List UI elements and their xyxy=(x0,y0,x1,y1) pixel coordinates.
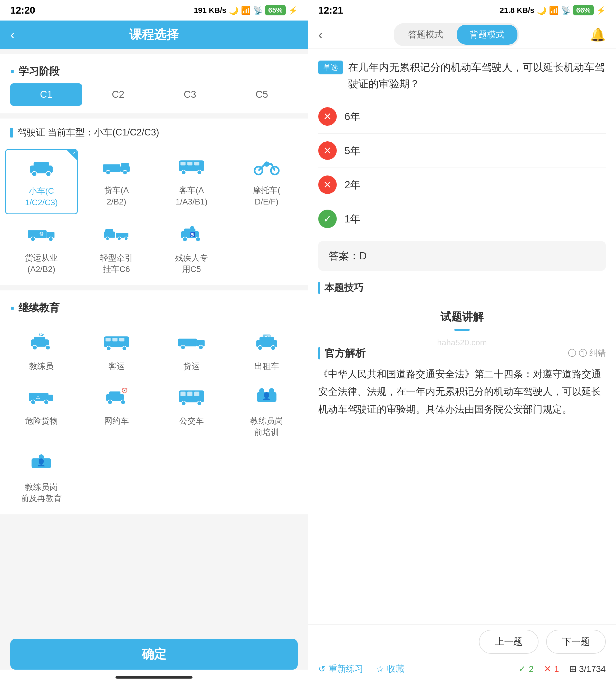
bottom-action-row: ↺ 重新练习 ☆ 收藏 ✓ 2 ✕ 1 ⊞ 3/ xyxy=(308,659,616,685)
option-item-d[interactable]: ✓ 1年 xyxy=(318,202,606,236)
nav-bar-right: ‹ 答题模式 背题模式 🔔 xyxy=(308,21,616,49)
check-badge xyxy=(67,150,77,160)
svg-text:⏰: ⏰ xyxy=(121,388,128,393)
tab-c3[interactable]: C3 xyxy=(154,83,226,106)
next-button[interactable]: 下一题 xyxy=(546,630,606,654)
memorize-mode-tab[interactable]: 背题模式 xyxy=(457,25,518,45)
edu-label-coach: 教练员 xyxy=(29,361,53,372)
svg-rect-6 xyxy=(121,163,129,167)
tips-bar-icon xyxy=(318,282,320,294)
analysis-bar-icon xyxy=(318,347,320,360)
svg-rect-18 xyxy=(28,230,47,238)
status-icons-left: 191 KB/s 🌙 📶 📡 65% ⚡ xyxy=(194,5,298,16)
signal-icon-right: 📶 xyxy=(549,6,558,15)
edu-item-coach[interactable]: ⚙ 教练员 xyxy=(5,325,78,377)
option-text-d: 1年 xyxy=(345,212,360,226)
vehicle-grid: 小车(C1/C2/C3) 货车(A2/B2) xyxy=(0,144,308,285)
wrong-count: 1 xyxy=(554,664,559,674)
svg-point-48 xyxy=(181,345,185,350)
svg-rect-4 xyxy=(103,164,120,172)
confirm-button[interactable]: 确定 xyxy=(10,639,298,669)
action-left: ↺ 重新练习 ☆ 收藏 xyxy=(318,663,404,675)
vehicle-item-car[interactable]: 小车(C1/C2/C3) xyxy=(5,149,78,214)
analysis-title-row: 官方解析 xyxy=(318,346,366,360)
vehicle-item-bus[interactable]: 客车(A1/A3/B1) xyxy=(155,149,228,214)
vehicle-item-disabled[interactable]: ♿ 残疾人专用C5 xyxy=(155,217,228,280)
truck-icon xyxy=(103,157,131,180)
bell-icon[interactable]: 🔔 xyxy=(590,27,606,42)
svg-point-27 xyxy=(117,237,121,240)
edu-item-publicbus[interactable]: 公交车 xyxy=(155,380,228,443)
edu-label-rideshare: 网约车 xyxy=(104,415,129,427)
option-item-a[interactable]: ✕ 6年 xyxy=(318,99,606,134)
svg-point-37 xyxy=(32,345,37,350)
edu-label-coachpre: 教练员岗前培训 xyxy=(250,415,283,438)
option-icon-d: ✓ xyxy=(318,210,337,228)
svg-point-49 xyxy=(199,345,203,350)
answer-box: 答案：D xyxy=(318,241,606,271)
left-content: 学习阶段 C1 C2 C3 C5 驾驶证 当前车型：小车(C1/C2/C3) xyxy=(0,49,308,669)
edu-item-rideshare[interactable]: ⏰ 网约车 xyxy=(80,380,153,443)
answer-mode-tab[interactable]: 答题模式 xyxy=(395,25,456,45)
edu-item-passenger[interactable]: 客运 xyxy=(80,325,153,377)
home-bar-left xyxy=(115,676,193,679)
vehicle-item-lighttow[interactable]: 轻型牵引挂车C6 xyxy=(80,217,153,280)
svg-text:货: 货 xyxy=(39,232,44,236)
mode-tabs: 答题模式 背题模式 xyxy=(394,23,519,46)
edu-label-taxi: 出租车 xyxy=(255,361,279,372)
question-content: 单选 在几年内无累积记分的机动车驾驶人，可以延长机动车驾驶证的审验期？ ✕ 6年… xyxy=(308,49,616,669)
svg-point-45 xyxy=(122,346,127,350)
option-item-b[interactable]: ✕ 5年 xyxy=(318,134,606,168)
question-type-badge: 单选 xyxy=(318,61,343,74)
learning-stage-section: 学习阶段 C1 C2 C3 C5 xyxy=(0,54,308,113)
svg-point-31 xyxy=(183,237,188,242)
svg-rect-10 xyxy=(180,162,185,165)
svg-point-20 xyxy=(31,237,35,241)
svg-rect-12 xyxy=(194,162,199,165)
edu-item-coachpre[interactable]: 👤 教练员岗前培训 xyxy=(230,380,303,443)
vehicle-item-freight[interactable]: 货 货运从业(A2/B2) xyxy=(5,217,78,280)
analysis-title: 官方解析 xyxy=(325,346,366,360)
cont-edu-header: 继续教育 xyxy=(0,291,308,320)
edu-label-publicbus: 公交车 xyxy=(179,415,204,427)
vehicle-label-lighttow: 轻型牵引挂车C6 xyxy=(100,252,133,275)
svg-point-28 xyxy=(125,237,128,240)
passenger-icon xyxy=(103,333,131,356)
vehicle-label-freight: 货运从业(A2/B2) xyxy=(25,252,58,275)
battery-left: 65% xyxy=(265,5,286,16)
svg-point-59 xyxy=(44,400,48,405)
svg-rect-43 xyxy=(119,338,125,341)
vehicle-item-moto[interactable]: 摩托车(D/E/F) xyxy=(230,149,303,214)
svg-rect-46 xyxy=(178,339,197,347)
nav-bar-left: ‹ 课程选择 xyxy=(0,21,308,49)
report-error[interactable]: ⓘ ① 纠错 xyxy=(568,348,606,359)
lighttow-icon xyxy=(103,225,131,248)
svg-rect-24 xyxy=(105,229,113,232)
edu-item-coachre[interactable]: 👤 教练员岗前及再教育 xyxy=(5,446,78,509)
svg-point-17 xyxy=(264,161,269,166)
back-button-left[interactable]: ‹ xyxy=(10,27,15,42)
edu-item-hazard[interactable]: ⚠ 危险货物 xyxy=(5,380,78,443)
correct-icon: ✓ xyxy=(519,664,526,674)
edu-item-freight2[interactable]: 货运 xyxy=(155,325,228,377)
tab-c5[interactable]: C5 xyxy=(226,83,298,106)
dl-header: 驾驶证 当前车型：小车(C1/C2/C3) xyxy=(0,118,308,144)
collect-item[interactable]: ☆ 收藏 xyxy=(376,663,404,675)
wifi-icon: 📡 xyxy=(253,6,263,15)
back-button-right[interactable]: ‹ xyxy=(318,27,323,42)
wrong-score: ✕ 1 xyxy=(544,664,559,674)
tab-c2[interactable]: C2 xyxy=(82,83,154,106)
edu-label-coachre: 教练员岗前及再教育 xyxy=(21,481,62,504)
screen-right: 12:21 21.8 KB/s 🌙 📶 📡 66% ⚡ ‹ 答题模式 背题模式 … xyxy=(308,0,616,685)
option-item-c[interactable]: ✕ 2年 xyxy=(318,168,606,202)
svg-rect-42 xyxy=(112,338,117,341)
svg-point-14 xyxy=(197,170,201,175)
tab-c1[interactable]: C1 xyxy=(10,83,82,106)
driving-license-section: 驾驶证 当前车型：小车(C1/C2/C3) 小车(C1/C2/C3) xyxy=(0,118,308,285)
prev-button[interactable]: 上一题 xyxy=(479,630,538,654)
hazard-icon: ⚠ xyxy=(27,387,56,411)
restart-item[interactable]: ↺ 重新练习 xyxy=(318,663,364,675)
wifi-icon-right: 📡 xyxy=(561,6,571,15)
edu-item-taxi[interactable]: TAXI 出租车 xyxy=(230,325,303,377)
vehicle-item-truck[interactable]: 货车(A2/B2) xyxy=(80,149,153,214)
